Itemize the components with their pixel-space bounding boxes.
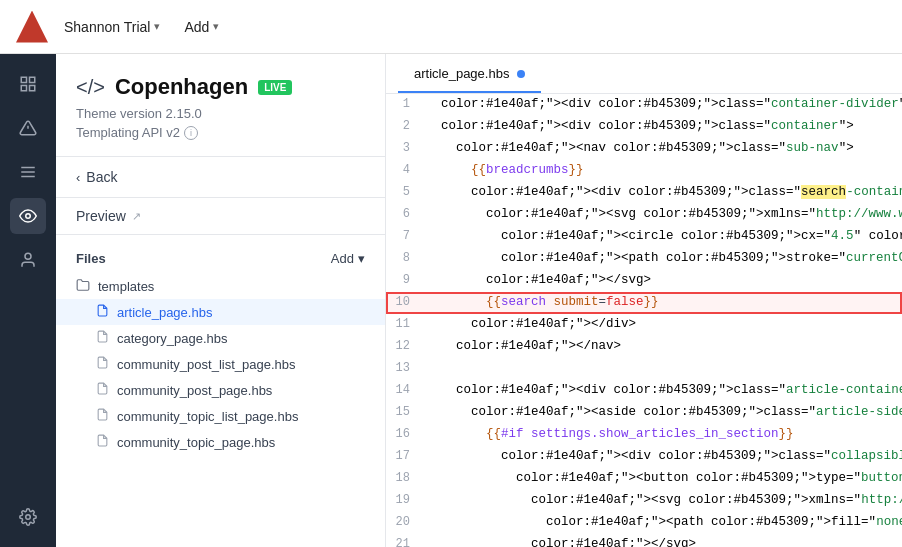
code-line: 20 color:#1e40af;"><path color:#b45309;"… [386, 512, 902, 534]
files-header: Files Add ▾ [56, 247, 385, 274]
line-number: 1 [386, 94, 426, 114]
line-content: color:#1e40af;"><div color:#b45309;">cla… [426, 94, 902, 114]
file-name: community_post_list_page.hbs [117, 357, 296, 372]
nav-icon-list[interactable] [10, 154, 46, 190]
code-line: 19 color:#1e40af;"><svg color:#b45309;">… [386, 490, 902, 512]
code-line: 10 {{search submit=false}} [386, 292, 902, 314]
line-content: {{search submit=false}} [426, 292, 902, 312]
file-icon [96, 356, 109, 372]
add-chevron-icon: ▾ [358, 251, 365, 266]
line-number: 13 [386, 358, 426, 378]
tab-filename: article_page.hbs [414, 66, 509, 81]
theme-version: Theme version 2.15.0 [76, 106, 365, 121]
line-content: color:#1e40af;"></nav> [426, 336, 902, 356]
line-number: 3 [386, 138, 426, 158]
line-content: color:#1e40af;"><div color:#b45309;">cla… [426, 446, 902, 466]
line-number: 6 [386, 204, 426, 224]
svg-rect-3 [30, 86, 35, 91]
line-number: 2 [386, 116, 426, 136]
folder-icon [76, 278, 90, 295]
add-menu[interactable]: Add ▾ [184, 19, 219, 35]
line-number: 12 [386, 336, 426, 356]
files-label: Files [76, 251, 106, 266]
nav-icon-user[interactable] [10, 242, 46, 278]
tab-article-page[interactable]: article_page.hbs [398, 54, 541, 93]
files-section: Files Add ▾ templates article_page.hbs c… [56, 235, 385, 547]
line-number: 20 [386, 512, 426, 532]
line-number: 16 [386, 424, 426, 444]
sidebar-file-item[interactable]: community_topic_page.hbs [56, 429, 385, 455]
line-number: 4 [386, 160, 426, 180]
sidebar-file-item[interactable]: community_topic_list_page.hbs [56, 403, 385, 429]
code-line: 6 color:#1e40af;"><svg color:#b45309;">x… [386, 204, 902, 226]
workspace-selector[interactable]: Shannon Trial ▾ [64, 19, 160, 35]
theme-api: Templating API v2 i [76, 125, 365, 140]
templates-folder[interactable]: templates [56, 274, 385, 299]
line-content: color:#1e40af;"></div> [426, 314, 902, 334]
code-line: 2 color:#1e40af;"><div color:#b45309;">c… [386, 116, 902, 138]
svg-rect-2 [21, 86, 26, 91]
file-icon [96, 330, 109, 346]
folder-name: templates [98, 279, 154, 294]
line-number: 21 [386, 534, 426, 547]
file-list: article_page.hbs category_page.hbs commu… [56, 299, 385, 455]
line-number: 17 [386, 446, 426, 466]
file-name: community_topic_page.hbs [117, 435, 275, 450]
code-line: 12 color:#1e40af;"></nav> [386, 336, 902, 358]
sidebar-file-item[interactable]: article_page.hbs [56, 299, 385, 325]
topbar: Shannon Trial ▾ Add ▾ [0, 0, 902, 54]
back-label: Back [86, 169, 117, 185]
nav-icon-alert[interactable] [10, 110, 46, 146]
code-line: 14 color:#1e40af;"><div color:#b45309;">… [386, 380, 902, 402]
theme-name: Copenhagen [115, 74, 248, 100]
line-number: 14 [386, 380, 426, 400]
file-name: community_post_page.hbs [117, 383, 272, 398]
workspace-chevron: ▾ [154, 20, 160, 33]
line-content: color:#1e40af;"><aside color:#b45309;">c… [426, 402, 902, 422]
add-label: Add [184, 19, 209, 35]
files-add-button[interactable]: Add ▾ [331, 251, 365, 266]
tab-modified-dot [517, 70, 525, 78]
nav-icon-settings[interactable] [10, 499, 46, 535]
sidebar-file-item[interactable]: community_post_list_page.hbs [56, 351, 385, 377]
back-button[interactable]: ‹ Back [56, 157, 385, 198]
main-layout: </> Copenhagen Live Theme version 2.15.0… [0, 54, 902, 547]
svg-rect-0 [21, 77, 26, 82]
code-line: 16 {{#if settings.show_articles_in_secti… [386, 424, 902, 446]
file-icon [96, 434, 109, 450]
theme-code-icon: </> [76, 76, 105, 99]
line-content: {{breadcrumbs}} [426, 160, 902, 180]
line-content: color:#1e40af;"><div color:#b45309;">cla… [426, 116, 902, 136]
back-chevron-icon: ‹ [76, 170, 80, 185]
line-content: {{#if settings.show_articles_in_section}… [426, 424, 902, 444]
code-line: 15 color:#1e40af;"><aside color:#b45309;… [386, 402, 902, 424]
code-line: 1 color:#1e40af;"><div color:#b45309;">c… [386, 94, 902, 116]
left-nav [0, 54, 56, 547]
info-icon[interactable]: i [184, 126, 198, 140]
code-line: 9 color:#1e40af;"></svg> [386, 270, 902, 292]
line-number: 9 [386, 270, 426, 290]
preview-button[interactable]: Preview ↗ [56, 198, 385, 235]
file-name: article_page.hbs [117, 305, 212, 320]
line-number: 15 [386, 402, 426, 422]
code-line: 4 {{breadcrumbs}} [386, 160, 902, 182]
code-line: 5 color:#1e40af;"><div color:#b45309;">c… [386, 182, 902, 204]
nav-icon-content[interactable] [10, 66, 46, 102]
sidebar: </> Copenhagen Live Theme version 2.15.0… [56, 54, 386, 547]
code-editor[interactable]: 1 color:#1e40af;"><div color:#b45309;">c… [386, 94, 902, 547]
sidebar-file-item[interactable]: category_page.hbs [56, 325, 385, 351]
sidebar-file-item[interactable]: community_post_page.hbs [56, 377, 385, 403]
line-content: color:#1e40af;"><svg color:#b45309;">xml… [426, 204, 902, 224]
line-number: 18 [386, 468, 426, 488]
file-icon [96, 408, 109, 424]
file-name: category_page.hbs [117, 331, 228, 346]
line-number: 11 [386, 314, 426, 334]
logo-icon [16, 11, 48, 43]
line-content: color:#1e40af;"><circle color:#b45309;">… [426, 226, 902, 246]
nav-icon-eye[interactable] [10, 198, 46, 234]
line-content: color:#1e40af;"><button color:#b45309;">… [426, 468, 902, 488]
file-name: community_topic_list_page.hbs [117, 409, 298, 424]
line-content: color:#1e40af;"><div color:#b45309;">cla… [426, 380, 902, 400]
workspace-name: Shannon Trial [64, 19, 150, 35]
line-content: color:#1e40af;"><path color:#b45309;">st… [426, 248, 902, 268]
